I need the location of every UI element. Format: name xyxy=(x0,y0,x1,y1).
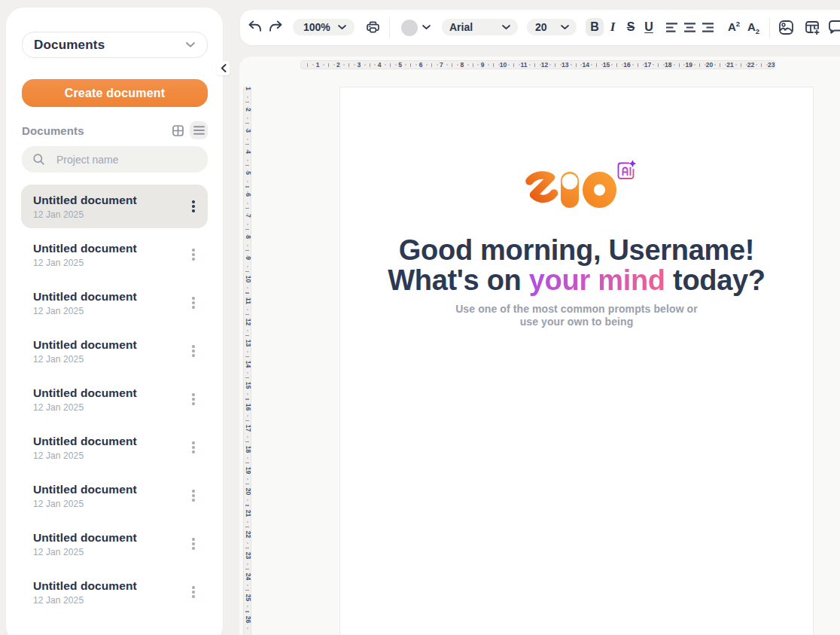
document-title: Untitled document xyxy=(33,241,197,255)
kebab-menu-icon[interactable] xyxy=(188,246,199,264)
insert-image-button[interactable] xyxy=(779,20,793,35)
ruler-dot xyxy=(247,149,248,151)
comments-button[interactable] xyxy=(828,20,840,34)
strikethrough-button[interactable]: S xyxy=(622,18,640,36)
bold-button[interactable]: B xyxy=(586,18,604,36)
kebab-menu-icon[interactable] xyxy=(188,197,199,215)
kebab-menu-icon[interactable] xyxy=(188,342,199,360)
font-size-select[interactable]: 20 xyxy=(527,19,577,35)
ruler-tick xyxy=(245,186,249,187)
ruler-dot xyxy=(247,309,248,310)
table-add-icon xyxy=(805,21,820,35)
document-date: 12 Jan 2025 xyxy=(33,306,197,316)
list-view-icon[interactable] xyxy=(190,121,208,139)
ruler-tick xyxy=(410,63,411,67)
superscript-button[interactable]: A2 xyxy=(728,20,740,33)
document-list-item[interactable]: Untitled document12 Jan 2025 xyxy=(21,426,208,469)
document-date: 12 Jan 2025 xyxy=(33,547,197,557)
chevron-down-icon xyxy=(502,25,510,29)
ruler-number: 5 xyxy=(245,167,251,179)
zoom-select[interactable]: 100% xyxy=(293,19,355,35)
document-list-item[interactable]: Untitled document12 Jan 2025 xyxy=(21,329,208,373)
ruler-tick xyxy=(245,356,249,357)
document-list-item[interactable]: Untitled document12 Jan 2025 xyxy=(21,522,208,566)
font-family-value: Arial xyxy=(449,21,502,33)
chevron-down-icon xyxy=(186,42,195,47)
ruler-number: 17 xyxy=(245,422,251,434)
document-list: Untitled document12 Jan 2025Untitled doc… xyxy=(21,185,208,618)
ruler-tick xyxy=(245,123,249,124)
ruler-number: 11 xyxy=(245,295,251,307)
ruler-dot xyxy=(247,489,248,490)
print-button[interactable] xyxy=(367,21,379,33)
align-right-button[interactable] xyxy=(702,23,714,32)
vertical-ruler: 1234567891011121314151617181920212223242… xyxy=(243,87,251,635)
undo-button[interactable] xyxy=(248,20,261,32)
redo-button[interactable] xyxy=(269,20,282,32)
document-date: 12 Jan 2025 xyxy=(33,450,197,461)
text-color-dropdown[interactable] xyxy=(422,25,431,29)
document-date: 12 Jan 2025 xyxy=(33,595,197,606)
insert-table-button[interactable] xyxy=(805,21,820,35)
ruler-dot xyxy=(247,457,248,459)
align-center-button[interactable] xyxy=(683,23,696,32)
ruler-number: 14 xyxy=(245,359,251,371)
search-icon xyxy=(33,154,44,165)
ruler-dot xyxy=(247,372,248,374)
grid-view-icon[interactable] xyxy=(172,125,184,136)
document-date: 12 Jan 2025 xyxy=(33,209,197,220)
document-list-item[interactable]: Untitled document12 Jan 2025 xyxy=(21,570,208,614)
ruler-dot xyxy=(247,521,248,523)
document-list-item[interactable]: Untitled document12 Jan 2025 xyxy=(21,474,208,517)
ruler-tick xyxy=(741,63,741,67)
ruler-tick xyxy=(245,527,249,527)
greeting-heading: Good morning, Username! What's on your m… xyxy=(340,235,813,295)
ruler-number: 24 xyxy=(245,571,251,583)
create-document-button[interactable]: Create document xyxy=(22,79,208,107)
underline-button[interactable]: U xyxy=(640,18,658,36)
italic-button[interactable]: I xyxy=(604,18,622,36)
search-input[interactable] xyxy=(56,154,199,166)
kebab-menu-icon[interactable] xyxy=(188,294,199,312)
ruler-number: 18 xyxy=(245,443,251,455)
text-color-swatch[interactable] xyxy=(401,20,418,36)
kebab-menu-icon[interactable] xyxy=(188,438,199,456)
document-date: 12 Jan 2025 xyxy=(33,354,197,365)
ruler-dot xyxy=(247,351,248,353)
ruler-tick xyxy=(307,63,308,67)
ruler-number: 20 xyxy=(245,486,251,498)
document-date: 12 Jan 2025 xyxy=(33,258,197,268)
ruler-tick xyxy=(245,484,249,484)
greeting-line1: Good morning, Username! xyxy=(340,235,813,265)
ruler-dot xyxy=(247,393,248,395)
kebab-menu-icon[interactable] xyxy=(188,390,199,408)
ruler-tick xyxy=(513,63,514,67)
sidebar-collapse-button[interactable] xyxy=(217,61,230,75)
subscript-button[interactable]: A2 xyxy=(747,20,759,35)
document-title: Untitled document xyxy=(33,530,197,545)
ruler-dot xyxy=(247,139,248,140)
document-list-item[interactable]: Untitled document12 Jan 2025 xyxy=(21,281,208,325)
ruler-tick xyxy=(493,63,494,67)
font-family-select[interactable]: Arial xyxy=(442,19,518,35)
ruler-dot xyxy=(247,595,248,597)
search-field[interactable] xyxy=(22,146,208,172)
ruler-dot xyxy=(247,478,248,480)
document-list-item[interactable]: Untitled document12 Jan 2025 xyxy=(21,233,208,276)
chevron-down-icon xyxy=(561,25,569,29)
ruler-tick xyxy=(245,548,249,548)
ruler-tick xyxy=(658,63,659,67)
kebab-menu-icon[interactable] xyxy=(188,583,199,601)
kebab-menu-icon[interactable] xyxy=(188,487,199,505)
document-page[interactable]: Good morning, Username! What's on your m… xyxy=(339,87,814,635)
ruler-dot xyxy=(247,319,248,321)
document-list-item[interactable]: Untitled document12 Jan 2025 xyxy=(21,377,208,421)
kebab-menu-icon[interactable] xyxy=(188,535,199,553)
ruler-tick xyxy=(473,63,473,67)
workspace-select[interactable]: Documents xyxy=(22,32,208,58)
ruler-tick xyxy=(638,63,638,67)
document-list-item[interactable]: Untitled document12 Jan 2025 xyxy=(21,185,208,228)
ruler-tick xyxy=(452,63,452,67)
align-left-button[interactable] xyxy=(665,23,678,32)
ruler-dot xyxy=(247,415,248,417)
